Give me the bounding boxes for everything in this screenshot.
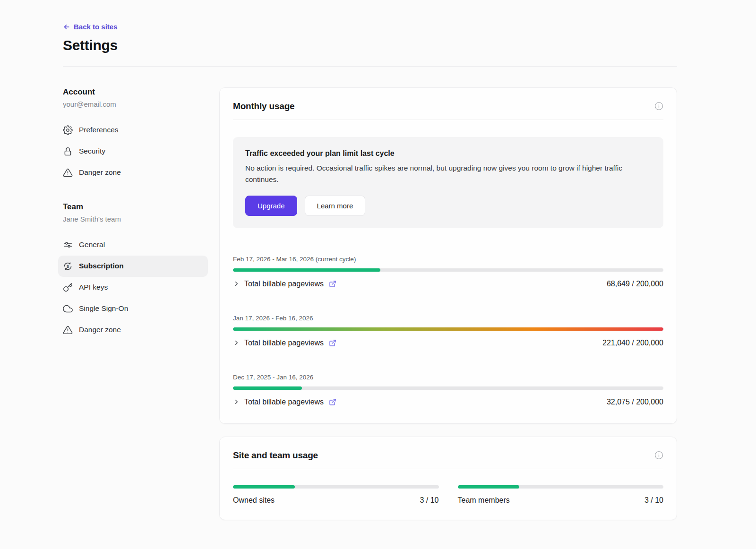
sidebar-item-danger-zone-team[interactable]: Danger zone	[58, 319, 208, 341]
page-title: Settings	[63, 37, 677, 53]
cycle-value: 32,075 / 200,000	[607, 398, 663, 406]
sidebar-item-label: Security	[79, 147, 105, 155]
cycle-value: 68,649 / 200,000	[607, 280, 663, 288]
chevron-right-icon	[233, 398, 240, 405]
learn-more-button[interactable]: Learn more	[305, 196, 366, 216]
cycle-metric-toggle[interactable]: Total billable pageviews	[233, 398, 336, 406]
cycle-metric-label: Total billable pageviews	[244, 339, 324, 347]
page-header: Back to sites Settings	[63, 23, 677, 67]
alert-body: No action is required. Occasional traffi…	[245, 163, 651, 185]
cycle-metric-label: Total billable pageviews	[244, 398, 324, 406]
meter-value: 3 / 10	[420, 496, 438, 505]
alert-title: Traffic exceeded your plan limit last cy…	[245, 149, 651, 158]
svg-text:$: $	[67, 264, 69, 268]
back-to-sites-link[interactable]: Back to sites	[63, 23, 118, 31]
team-nav: General $ Subscription API keys	[58, 234, 208, 341]
cycle-metric-label: Total billable pageviews	[244, 280, 324, 288]
usage-progress-track	[233, 327, 663, 331]
arrow-left-icon	[63, 23, 70, 31]
sidebar-item-api-keys[interactable]: API keys	[58, 277, 208, 298]
cycle-metric-toggle[interactable]: Total billable pageviews	[233, 339, 336, 347]
meter-label: Team members	[458, 496, 510, 505]
settings-main: Monthly usage Traffic exceeded your plan…	[219, 87, 677, 520]
cloud-icon	[63, 304, 73, 314]
usage-cycles: Feb 17, 2026 - Mar 16, 2026 (current cyc…	[233, 256, 663, 406]
site-team-usage-card: Site and team usage Owned sites 3 / 10	[219, 437, 677, 520]
usage-progress-track	[233, 386, 663, 390]
gear-icon	[63, 125, 73, 135]
usage-cycle-previous: Jan 17, 2026 - Feb 16, 2026 Total billab…	[233, 315, 663, 347]
meter-value: 3 / 10	[644, 496, 663, 505]
info-icon[interactable]	[654, 102, 663, 111]
sidebar-item-preferences[interactable]: Preferences	[58, 120, 208, 141]
sidebar-item-label: Preferences	[79, 126, 119, 134]
warning-triangle-icon	[63, 168, 73, 178]
info-icon[interactable]	[654, 451, 663, 460]
team-name: Jane Smith's team	[63, 215, 208, 223]
card-divider	[233, 120, 663, 120]
traffic-exceeded-alert: Traffic exceeded your plan limit last cy…	[233, 137, 663, 228]
site-team-usage-title: Site and team usage	[233, 450, 318, 461]
sidebar-item-danger-zone-account[interactable]: Danger zone	[58, 162, 208, 183]
monthly-usage-title: Monthly usage	[233, 101, 294, 112]
dollar-refresh-icon: $	[63, 261, 73, 271]
account-email: your@email.com	[63, 100, 208, 108]
external-link-icon[interactable]	[329, 398, 336, 406]
page-container: Back to sites Settings Account your@emai…	[63, 0, 677, 520]
usage-progress-fill	[233, 386, 302, 390]
usage-cycle-older: Dec 17, 2025 - Jan 16, 2026 Total billab…	[233, 374, 663, 406]
usage-cycle-current: Feb 17, 2026 - Mar 16, 2026 (current cyc…	[233, 256, 663, 288]
cycle-period: Feb 17, 2026 - Mar 16, 2026 (current cyc…	[233, 256, 663, 263]
sidebar-item-label: Single Sign-On	[79, 304, 128, 313]
meter-fill	[458, 485, 520, 489]
cycle-period: Jan 17, 2026 - Feb 16, 2026	[233, 315, 663, 322]
external-link-icon[interactable]	[329, 339, 336, 347]
sliders-icon	[63, 240, 73, 250]
usage-progress-fill-overlimit	[233, 327, 663, 331]
sidebar-item-security[interactable]: Security	[58, 141, 208, 162]
sidebar-item-label: General	[79, 240, 105, 249]
sidebar-item-label: Subscription	[79, 262, 124, 270]
site-team-meters: Owned sites 3 / 10 Team members 3 / 10	[233, 485, 663, 505]
meter-track	[233, 485, 439, 489]
sidebar-item-single-sign-on[interactable]: Single Sign-On	[58, 298, 208, 319]
sidebar-item-subscription[interactable]: $ Subscription	[58, 256, 208, 277]
sidebar-account-section: Account your@email.com Preferences Secur…	[63, 87, 208, 183]
meter-label: Owned sites	[233, 496, 275, 505]
card-divider	[233, 469, 663, 469]
sidebar-team-section: Team Jane Smith's team General $ Subscri…	[63, 202, 208, 341]
sidebar-item-label: Danger zone	[79, 326, 121, 334]
team-members-meter: Team members 3 / 10	[458, 485, 664, 505]
back-link-label: Back to sites	[74, 23, 118, 31]
cycle-period: Dec 17, 2025 - Jan 16, 2026	[233, 374, 663, 381]
usage-progress-fill	[233, 268, 380, 272]
meter-track	[458, 485, 664, 489]
upgrade-button[interactable]: Upgrade	[245, 196, 297, 216]
account-section-title: Account	[63, 87, 208, 97]
cycle-value: 221,040 / 200,000	[602, 339, 663, 347]
cycle-metric-toggle[interactable]: Total billable pageviews	[233, 280, 336, 288]
settings-sidebar: Account your@email.com Preferences Secur…	[63, 87, 208, 520]
team-section-title: Team	[63, 202, 208, 212]
external-link-icon[interactable]	[329, 280, 336, 288]
account-nav: Preferences Security Danger zone	[58, 120, 208, 183]
usage-progress-track	[233, 268, 663, 272]
lock-icon	[63, 146, 73, 156]
meter-fill	[233, 485, 295, 489]
key-icon	[63, 283, 73, 292]
warning-triangle-icon	[63, 325, 73, 335]
chevron-right-icon	[233, 339, 240, 346]
owned-sites-meter: Owned sites 3 / 10	[233, 485, 439, 505]
chevron-right-icon	[233, 280, 240, 287]
monthly-usage-card: Monthly usage Traffic exceeded your plan…	[219, 87, 677, 424]
sidebar-item-label: Danger zone	[79, 168, 121, 177]
sidebar-item-general[interactable]: General	[58, 234, 208, 256]
sidebar-item-label: API keys	[79, 283, 108, 292]
header-divider	[63, 66, 677, 67]
